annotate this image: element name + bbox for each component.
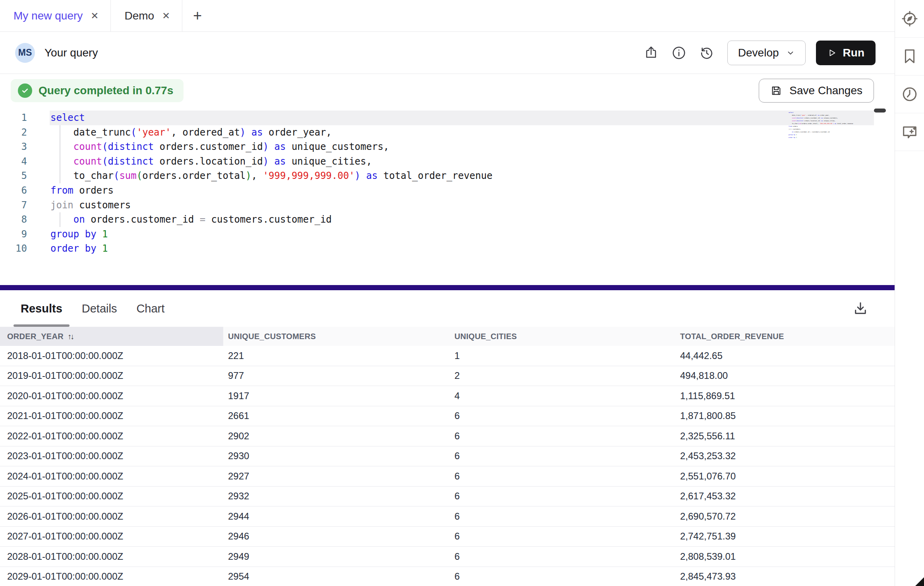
editor-line[interactable]: 6from orders: [0, 183, 895, 198]
table-row[interactable]: 2023-01-01T00:00:00.000Z293062,453,253.3…: [0, 446, 895, 467]
table-row[interactable]: 2028-01-01T00:00:00.000Z294962,808,539.0…: [0, 547, 895, 567]
table-cell: 494,818.00: [675, 366, 895, 386]
line-number: 10: [0, 241, 27, 256]
editor-line[interactable]: 8 on orders.customer_id = customers.cust…: [0, 212, 895, 227]
close-tab-icon[interactable]: ✕: [91, 11, 99, 21]
table-row[interactable]: 2026-01-01T00:00:00.000Z294462,690,570.7…: [0, 506, 895, 527]
info-icon[interactable]: [670, 44, 688, 62]
query-tab[interactable]: My new query✕: [0, 0, 111, 31]
new-tab-button[interactable]: +: [182, 0, 213, 31]
table-header-cell[interactable]: ORDER_YEAR↑↓: [0, 327, 223, 346]
run-button[interactable]: Run: [816, 41, 876, 65]
line-number: 6: [0, 183, 27, 198]
table-cell: 2,742,751.39: [675, 527, 895, 547]
query-tab-bar: My new query✕Demo✕ +: [0, 0, 895, 32]
develop-button[interactable]: Develop: [727, 41, 806, 65]
save-icon: [770, 85, 782, 97]
sql-editor[interactable]: 1select2 date_trunc('year', ordered_at) …: [0, 107, 895, 285]
table-row[interactable]: 2027-01-01T00:00:00.000Z294662,742,751.3…: [0, 527, 895, 547]
table-cell: 2027-01-01T00:00:00.000Z: [0, 527, 223, 547]
editor-line[interactable]: 4 count(distinct orders.location_id) as …: [0, 154, 895, 169]
results-tab-chart[interactable]: Chart: [129, 290, 172, 327]
sort-icon[interactable]: ↑↓: [68, 332, 73, 341]
code-text: from orders: [27, 185, 114, 196]
right-icon-rail: [895, 0, 924, 586]
editor-line[interactable]: 2 date_trunc('year', ordered_at) as orde…: [0, 125, 895, 140]
table-row[interactable]: 2022-01-01T00:00:00.000Z290262,325,556.1…: [0, 426, 895, 446]
table-row[interactable]: 2025-01-01T00:00:00.000Z293262,617,453.3…: [0, 487, 895, 507]
code-text: count(distinct orders.customer_id) as un…: [27, 141, 389, 152]
table-header-cell[interactable]: TOTAL_ORDER_REVENUE: [675, 327, 895, 346]
table-row[interactable]: 2024-01-01T00:00:00.000Z292762,551,076.7…: [0, 466, 895, 487]
editor-line[interactable]: 1select: [0, 111, 895, 125]
resize-grip[interactable]: [915, 577, 924, 586]
table-row[interactable]: 2021-01-01T00:00:00.000Z266161,871,800.8…: [0, 406, 895, 427]
app-window: My new query✕Demo✕ + MS Your query: [0, 0, 924, 586]
save-label: Save Changes: [789, 84, 862, 97]
table-row[interactable]: 2029-01-01T00:00:00.000Z295462,845,473.9…: [0, 567, 895, 586]
column-label: UNIQUE_CITIES: [454, 332, 517, 341]
editor-line[interactable]: 5 to_char(sum(orders.order_total), '999,…: [0, 169, 895, 183]
editor-line[interactable]: 10order by 1: [0, 241, 895, 256]
history-clock-icon[interactable]: [895, 76, 924, 113]
table-cell: 44,442.65: [675, 346, 895, 366]
results-tabs: ResultsDetailsChart: [14, 290, 172, 327]
column-label: ORDER_YEAR: [7, 332, 64, 341]
close-tab-icon[interactable]: ✕: [162, 11, 170, 21]
table-cell: 2661: [223, 406, 450, 426]
results-tab-results[interactable]: Results: [14, 290, 70, 327]
results-tab-details[interactable]: Details: [75, 290, 124, 327]
page-title: Your query: [44, 47, 98, 59]
avatar[interactable]: MS: [15, 43, 35, 63]
table-cell: 6: [450, 406, 675, 426]
table-cell: 2029-01-01T00:00:00.000Z: [0, 567, 223, 586]
line-number: 8: [0, 212, 27, 227]
panel-splitter[interactable]: [0, 285, 895, 290]
table-row[interactable]: 2018-01-01T00:00:00.000Z221144,442.65: [0, 346, 895, 366]
table-header-cell[interactable]: UNIQUE_CUSTOMERS: [223, 327, 450, 346]
table-cell: 2020-01-01T00:00:00.000Z: [0, 386, 223, 406]
compass-icon[interactable]: [895, 0, 924, 38]
table-cell: 221: [223, 346, 450, 366]
download-results-icon[interactable]: [850, 298, 871, 319]
develop-label: Develop: [738, 47, 779, 59]
status-message: Query completed in 0.77s: [39, 84, 173, 97]
table-header-cell[interactable]: UNIQUE_CITIES: [450, 327, 675, 346]
query-tab[interactable]: Demo✕: [111, 0, 182, 31]
editor-line[interactable]: 3 count(distinct orders.customer_id) as …: [0, 140, 895, 154]
table-row[interactable]: 2020-01-01T00:00:00.000Z191741,115,869.5…: [0, 386, 895, 406]
share-icon[interactable]: [642, 44, 660, 62]
table-cell: 2: [450, 366, 675, 386]
table-cell: 2018-01-01T00:00:00.000Z: [0, 346, 223, 366]
play-icon: [827, 48, 837, 58]
line-number: 9: [0, 227, 27, 242]
history-icon[interactable]: [698, 44, 715, 62]
indent-guide: [60, 125, 60, 183]
table-cell: 2,808,539.01: [675, 547, 895, 567]
table-row[interactable]: 2019-01-01T00:00:00.000Z9772494,818.00: [0, 366, 895, 386]
code-text: order by 1: [27, 243, 108, 254]
editor-scrollbar-thumb[interactable]: [874, 109, 886, 113]
results-tab-bar: ResultsDetailsChart: [0, 290, 895, 327]
line-number: 5: [0, 169, 27, 183]
table-cell: 2927: [223, 466, 450, 486]
table-cell: 2,325,556.11: [675, 426, 895, 446]
code-text: group by 1: [27, 229, 108, 240]
table-cell: 6: [450, 487, 675, 506]
query-tabs: My new query✕Demo✕: [0, 0, 182, 31]
line-number: 2: [0, 125, 27, 140]
editor-line[interactable]: 7join customers: [0, 198, 895, 213]
table-cell: 6: [450, 466, 675, 486]
save-changes-button[interactable]: Save Changes: [759, 79, 874, 103]
chevron-down-icon: [786, 49, 795, 57]
code-text: select: [27, 112, 85, 123]
column-label: UNIQUE_CUSTOMERS: [228, 332, 316, 341]
ai-chat-icon[interactable]: [895, 113, 924, 151]
query-status-badge: Query completed in 0.77s: [11, 79, 184, 102]
table-body: 2018-01-01T00:00:00.000Z221144,442.65201…: [0, 346, 895, 586]
table-cell: 2021-01-01T00:00:00.000Z: [0, 406, 223, 426]
bookmark-icon[interactable]: [895, 38, 924, 76]
table-cell: 2023-01-01T00:00:00.000Z: [0, 446, 223, 466]
editor-line[interactable]: 9group by 1: [0, 227, 895, 242]
status-row: Query completed in 0.77s Save Changes: [0, 74, 895, 107]
